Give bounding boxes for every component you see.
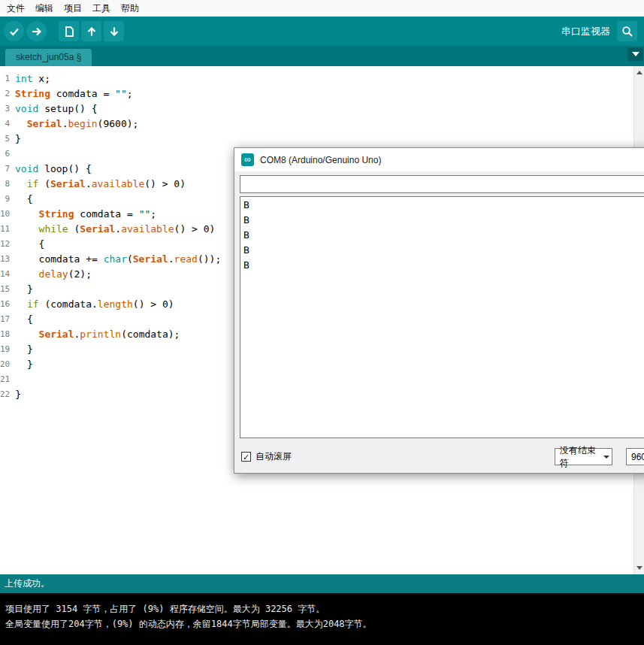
line-number: 14: [0, 267, 15, 282]
toolbar-right: 串口监视器: [561, 21, 644, 41]
scroll-down-button[interactable]: [634, 562, 644, 574]
scroll-up-button[interactable]: [634, 67, 644, 78]
console-line: 项目使用了 3154 字节，占用了 (9%) 程序存储空间。最大为 32256 …: [5, 601, 644, 616]
serial-monitor-bottom-bar: ✓ 自动滚屏 没有结束符 960: [234, 440, 644, 473]
code-line: 5}: [0, 132, 633, 147]
line-number: 4: [0, 117, 15, 132]
console-line: 全局变量使用了204字节，(9%) 的动态内存，余留1844字节局部变量。最大为…: [5, 616, 644, 631]
serial-output-area[interactable]: BBBBB: [240, 196, 644, 438]
autoscroll-row: ✓ 自动滚屏: [241, 450, 292, 463]
autoscroll-checkbox[interactable]: ✓: [241, 452, 251, 462]
menu-item-tools[interactable]: 工具: [87, 0, 116, 17]
line-number: 11: [0, 222, 15, 237]
line-ending-value: 没有结束符: [560, 444, 600, 470]
line-number: 13: [0, 252, 15, 267]
serial-output-line: B: [243, 228, 644, 243]
serial-send-input[interactable]: [240, 175, 644, 193]
upload-button[interactable]: [26, 21, 47, 41]
window-title: COM8 (Arduino/Genuino Uno): [260, 155, 381, 165]
menu-bar: 文件 编辑 项目 工具 帮助: [0, 0, 644, 17]
check-icon: [8, 25, 21, 38]
code-line: 1int x;: [0, 71, 633, 86]
line-number: 19: [0, 342, 15, 357]
verify-button[interactable]: [4, 21, 24, 41]
line-number: 16: [0, 297, 15, 312]
chevron-down-icon: [603, 456, 609, 459]
toolbar: 串口监视器: [0, 17, 644, 46]
line-number: 5: [0, 132, 15, 147]
serial-monitor-titlebar[interactable]: ∞ COM8 (Arduino/Genuino Uno): [234, 148, 644, 171]
baud-select[interactable]: 960: [626, 448, 644, 465]
line-number: 18: [0, 327, 15, 342]
line-number: 15: [0, 282, 15, 297]
open-button[interactable]: [81, 21, 101, 41]
tab-list-button[interactable]: [627, 47, 643, 61]
serial-output-line: B: [243, 213, 644, 228]
line-number: 20: [0, 357, 15, 372]
code-line: 3void setup() {: [0, 101, 633, 117]
serial-monitor-label: 串口监视器: [561, 25, 610, 38]
tab-bar: sketch_jun05a §: [0, 46, 644, 66]
arrow-right-icon: [30, 25, 44, 38]
serial-output-line: B: [243, 258, 644, 273]
line-number: 7: [0, 162, 15, 177]
line-number: 10: [0, 207, 15, 222]
line-number: 3: [0, 101, 15, 117]
line-number: 6: [0, 147, 15, 162]
line-number: 17: [0, 312, 15, 327]
baud-value: 960: [631, 452, 644, 462]
tab-sketch-jun05a[interactable]: sketch_jun05a §: [5, 49, 92, 66]
tab-label: sketch_jun05a §: [16, 52, 81, 62]
document-icon: [62, 25, 76, 38]
triangle-up-icon: [636, 71, 642, 74]
save-button[interactable]: [104, 21, 124, 41]
autoscroll-label: 自动滚屏: [255, 450, 292, 463]
serial-monitor-button[interactable]: [617, 21, 637, 41]
line-number: 9: [0, 192, 15, 207]
arduino-app-icon: ∞: [241, 153, 254, 166]
menu-item-help[interactable]: 帮助: [116, 0, 144, 17]
arrow-down-icon: [107, 25, 121, 38]
serial-output-line: B: [243, 198, 644, 213]
line-number: 8: [0, 177, 15, 192]
triangle-down-icon: [636, 566, 642, 570]
menu-item-sketch[interactable]: 项目: [59, 0, 87, 17]
line-number: 1: [0, 71, 15, 86]
line-number: 22: [0, 387, 15, 402]
upload-status-message: 上传成功。: [5, 578, 50, 589]
magnifier-icon: [621, 25, 634, 38]
arrow-up-icon: [85, 25, 98, 38]
console-output: 项目使用了 3154 字节，占用了 (9%) 程序存储空间。最大为 32256 …: [0, 593, 644, 645]
code-line: 4 Serial.begin(9600);: [0, 117, 633, 132]
arduino-ide-window: 文件 编辑 项目 工具 帮助 串口监视器 sketch_j: [0, 0, 644, 645]
serial-monitor-window: ∞ COM8 (Arduino/Genuino Uno) BBBBB ✓ 自动滚…: [234, 147, 644, 474]
code-line: 2String comdata = "";: [0, 86, 633, 101]
status-bar: 上传成功。: [0, 574, 644, 593]
line-ending-select[interactable]: 没有结束符: [555, 448, 612, 465]
new-sketch-button[interactable]: [59, 21, 79, 41]
line-number: 21: [0, 372, 15, 387]
chevron-down-icon: [632, 52, 639, 56]
line-number: 2: [0, 86, 15, 101]
serial-output-line: B: [243, 243, 644, 258]
line-number: 12: [0, 237, 15, 252]
menu-item-edit[interactable]: 编辑: [30, 0, 59, 17]
menu-item-file[interactable]: 文件: [2, 0, 30, 17]
